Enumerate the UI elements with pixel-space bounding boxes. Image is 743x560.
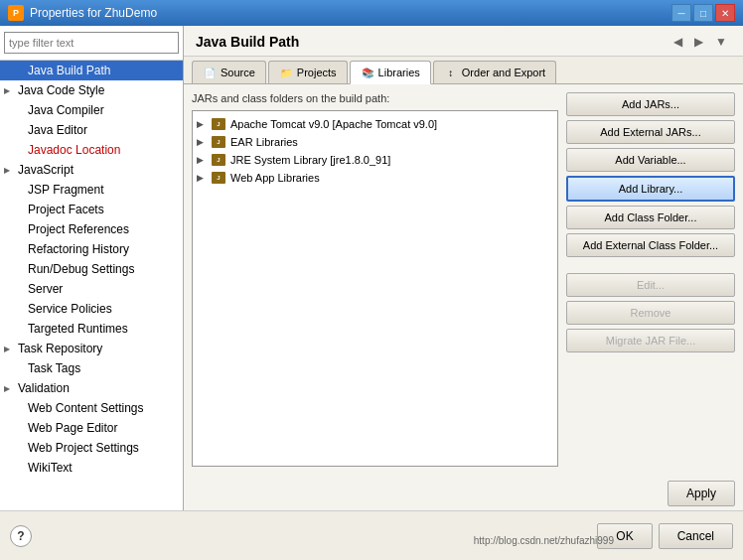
tree-toggle-icon[interactable]: ▶ (197, 173, 211, 183)
sidebar-item-project-references[interactable]: Project References (0, 219, 183, 239)
add-variable-button[interactable]: Add Variable... (566, 148, 735, 172)
tab-label: Source (221, 67, 255, 78)
sidebar-item-label: Javadoc Location (28, 143, 120, 157)
sidebar-item-label: Service Policies (28, 302, 112, 316)
tree-box[interactable]: ▶JApache Tomcat v9.0 [Apache Tomcat v9.0… (192, 110, 558, 467)
jar-icon: J (212, 172, 225, 184)
sidebar-item-java-build-path[interactable]: Java Build Path (0, 61, 183, 80)
sidebar-item-java-editor[interactable]: Java Editor (0, 120, 183, 140)
tree-toggle-icon[interactable]: ▶ (197, 119, 211, 129)
title-bar-left: P Properties for ZhuDemo (8, 5, 157, 21)
sidebar-item-label: Targeted Runtimes (28, 322, 128, 336)
tab-order-export[interactable]: ↕Order and Export (433, 61, 556, 83)
sidebar: Java Build Path▶Java Code StyleJava Comp… (0, 26, 184, 510)
back-button[interactable]: ◀ (669, 34, 686, 50)
sidebar-item-javascript[interactable]: ▶JavaScript (0, 160, 183, 180)
dialog-body: Java Build Path▶Java Code StyleJava Comp… (0, 26, 743, 510)
sidebar-item-run-debug-settings[interactable]: Run/Debug Settings (0, 259, 183, 279)
sidebar-item-web-page-editor[interactable]: Web Page Editor (0, 418, 183, 438)
sidebar-item-wikitext[interactable]: WikiText (0, 458, 183, 478)
app-icon: P (8, 5, 24, 21)
sidebar-item-validation[interactable]: ▶Validation (0, 378, 183, 398)
content-area: Java Build Path ◀ ▶ ▼ 📄Source📁Projects📚L… (184, 26, 743, 510)
sidebar-item-label: Java Build Path (28, 64, 110, 77)
add-library-button[interactable]: Add Library... (566, 176, 735, 202)
apply-button[interactable]: Apply (668, 481, 735, 506)
content-header: Java Build Path ◀ ▶ ▼ (184, 26, 743, 57)
bottom-left: ? (10, 525, 32, 547)
add-external-class-folder-button[interactable]: Add External Class Folder... (566, 233, 735, 257)
sidebar-item-java-compiler[interactable]: Java Compiler (0, 100, 183, 120)
sidebar-item-project-facets[interactable]: Project Facets (0, 200, 183, 219)
remove-button: Remove (566, 301, 735, 325)
title-bar-controls: ─ □ ✕ (671, 4, 735, 22)
sidebar-item-targeted-runtimes[interactable]: Targeted Runtimes (0, 319, 183, 339)
button-spacer (566, 261, 735, 269)
tree-item-label: EAR Libraries (230, 136, 298, 148)
sidebar-item-service-policies[interactable]: Service Policies (0, 299, 183, 319)
tree-description: JARs and class folders on the build path… (192, 92, 558, 104)
tree-item-webapp[interactable]: ▶JWeb App Libraries (193, 169, 557, 187)
tree-item-jre[interactable]: ▶JJRE System Library [jre1.8.0_91] (193, 151, 557, 169)
title-bar: P Properties for ZhuDemo ─ □ ✕ (0, 0, 743, 26)
tree-item-ear[interactable]: ▶JEAR Libraries (193, 133, 557, 151)
jar-icon: J (212, 118, 225, 130)
sidebar-item-label: Web Content Settings (28, 401, 144, 415)
bottom-bar: ? http://blog.csdn.net/zhufazhi999 OK Ca… (0, 510, 743, 560)
add-jars-button[interactable]: Add JARs... (566, 92, 735, 116)
tab-label: Libraries (378, 67, 420, 78)
tree-item-label: Apache Tomcat v9.0 [Apache Tomcat v9.0] (230, 118, 437, 130)
sidebar-item-web-content-settings[interactable]: Web Content Settings (0, 398, 183, 418)
filter-input[interactable] (4, 32, 179, 54)
tree-toggle-icon[interactable]: ▶ (197, 137, 211, 147)
sidebar-item-server[interactable]: Server (0, 279, 183, 299)
tab-libraries[interactable]: 📚Libraries (350, 61, 431, 84)
content-title: Java Build Path (196, 34, 299, 50)
tree-toggle-icon[interactable]: ▶ (197, 155, 211, 165)
dropdown-button[interactable]: ▼ (711, 34, 731, 50)
maximize-button[interactable]: □ (693, 4, 713, 22)
sidebar-item-label: JSP Fragment (28, 183, 103, 197)
expand-arrow-icon: ▶ (4, 86, 14, 95)
sidebar-item-label: Web Project Settings (28, 441, 139, 455)
tab-projects[interactable]: 📁Projects (268, 61, 348, 83)
sidebar-item-jsp-fragment[interactable]: JSP Fragment (0, 180, 183, 200)
libraries-tab-icon: 📚 (361, 66, 374, 79)
add-class-folder-button[interactable]: Add Class Folder... (566, 206, 735, 229)
expand-arrow-icon: ▶ (4, 345, 14, 353)
tree-area: JARs and class folders on the build path… (192, 92, 558, 467)
sidebar-item-task-repository[interactable]: ▶Task Repository (0, 339, 183, 358)
sidebar-item-label: Server (28, 282, 63, 296)
jar-icon: J (212, 154, 225, 166)
close-button[interactable]: ✕ (715, 4, 735, 22)
tree-item-label: JRE System Library [jre1.8.0_91] (230, 154, 390, 166)
tab-label: Projects (297, 67, 337, 78)
tree-item-tomcat[interactable]: ▶JApache Tomcat v9.0 [Apache Tomcat v9.0… (193, 115, 557, 133)
add-external-jars-button[interactable]: Add External JARs... (566, 120, 735, 144)
sidebar-item-javadoc-location[interactable]: Javadoc Location (0, 140, 183, 160)
sidebar-item-task-tags[interactable]: Task Tags (0, 358, 183, 378)
forward-button[interactable]: ▶ (690, 34, 707, 50)
projects-tab-icon: 📁 (279, 66, 293, 79)
sidebar-item-refactoring-history[interactable]: Refactoring History (0, 239, 183, 259)
sidebar-item-java-code-style[interactable]: ▶Java Code Style (0, 80, 183, 100)
tree-item-label: Web App Libraries (230, 172, 320, 184)
order-export-tab-icon: ↕ (444, 66, 458, 79)
sidebar-item-web-project-settings[interactable]: Web Project Settings (0, 438, 183, 458)
main-panel: JARs and class folders on the build path… (184, 84, 743, 475)
sidebar-item-label: Task Tags (28, 361, 80, 375)
buttons-panel: Add JARs...Add External JARs...Add Varia… (566, 92, 735, 467)
tab-source[interactable]: 📄Source (192, 61, 266, 83)
sidebar-item-label: Refactoring History (28, 242, 129, 256)
sidebar-list: Java Build Path▶Java Code StyleJava Comp… (0, 61, 183, 510)
nav-arrows: ◀ ▶ ▼ (669, 34, 731, 50)
sidebar-item-label: Task Repository (18, 342, 102, 355)
expand-arrow-icon: ▶ (4, 384, 14, 393)
sidebar-item-label: Project References (28, 222, 129, 236)
cancel-button[interactable]: Cancel (659, 523, 733, 549)
status-url: http://blog.csdn.net/zhufazhi999 (474, 535, 614, 546)
sidebar-item-label: Java Compiler (28, 103, 104, 117)
help-button[interactable]: ? (10, 525, 32, 547)
sidebar-item-label: JavaScript (18, 163, 74, 177)
minimize-button[interactable]: ─ (671, 4, 691, 22)
